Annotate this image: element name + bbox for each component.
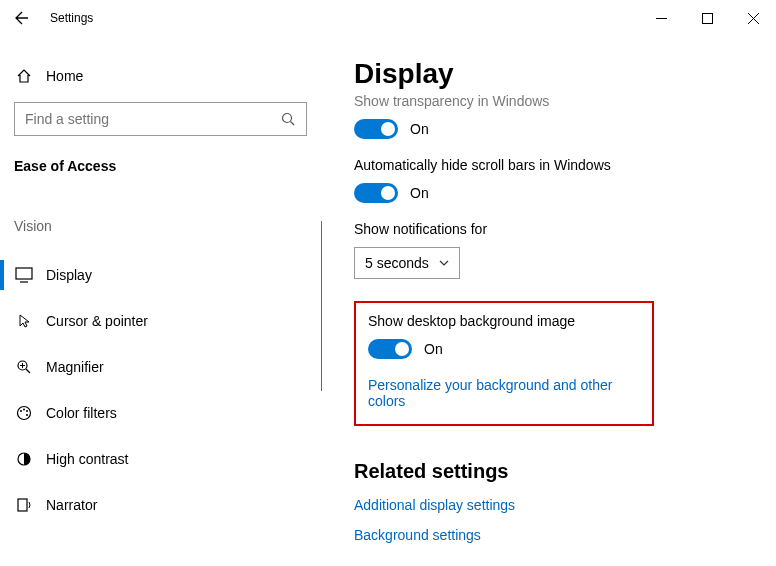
window-controls bbox=[638, 2, 776, 34]
nav-label: Cursor & pointer bbox=[46, 313, 148, 329]
cursor-icon bbox=[14, 313, 34, 329]
nav-high-contrast[interactable]: High contrast bbox=[0, 436, 321, 482]
home-label: Home bbox=[46, 68, 83, 84]
content-area: Home Ease of Access Vision Display Curso… bbox=[0, 36, 776, 566]
minimize-button[interactable] bbox=[638, 2, 684, 34]
main-pane: Display Show transparency in Windows On … bbox=[322, 36, 776, 566]
highlighted-setting-box: Show desktop background image On Persona… bbox=[354, 301, 654, 426]
nav-label: Color filters bbox=[46, 405, 117, 421]
svg-point-15 bbox=[26, 410, 28, 412]
nav-color-filters[interactable]: Color filters bbox=[0, 390, 321, 436]
arrow-left-icon bbox=[14, 10, 30, 26]
search-input[interactable] bbox=[25, 111, 265, 127]
personalize-link[interactable]: Personalize your background and other co… bbox=[368, 377, 640, 409]
magnifier-icon bbox=[14, 359, 34, 375]
svg-point-12 bbox=[18, 407, 31, 420]
maximize-button[interactable] bbox=[684, 2, 730, 34]
background-toggle[interactable] bbox=[368, 339, 412, 359]
transparency-toggle-row: On bbox=[354, 119, 756, 139]
notifications-label: Show notifications for bbox=[354, 221, 756, 237]
notifications-value: 5 seconds bbox=[365, 255, 429, 271]
maximize-icon bbox=[702, 13, 713, 24]
monitor-icon bbox=[14, 267, 34, 283]
svg-rect-6 bbox=[16, 268, 32, 279]
window-title: Settings bbox=[50, 11, 93, 25]
autohide-toggle[interactable] bbox=[354, 183, 398, 203]
transparency-label-cutoff: Show transparency in Windows bbox=[354, 93, 756, 109]
search-box[interactable] bbox=[14, 102, 307, 136]
transparency-state: On bbox=[410, 121, 429, 137]
nav-label: Magnifier bbox=[46, 359, 104, 375]
background-image-label: Show desktop background image bbox=[368, 313, 640, 329]
svg-point-16 bbox=[26, 414, 28, 416]
section-vision: Vision bbox=[14, 218, 321, 234]
svg-point-14 bbox=[23, 409, 25, 411]
nav-label: Display bbox=[46, 267, 92, 283]
home-nav[interactable]: Home bbox=[0, 58, 321, 94]
chevron-down-icon bbox=[439, 260, 449, 266]
svg-rect-18 bbox=[18, 499, 27, 511]
nav-magnifier[interactable]: Magnifier bbox=[0, 344, 321, 390]
svg-line-9 bbox=[26, 369, 30, 373]
autohide-toggle-row: On bbox=[354, 183, 756, 203]
page-title: Display bbox=[354, 58, 756, 90]
autohide-state: On bbox=[410, 185, 429, 201]
contrast-icon bbox=[14, 451, 34, 467]
close-button[interactable] bbox=[730, 2, 776, 34]
nav-label: High contrast bbox=[46, 451, 128, 467]
notifications-dropdown[interactable]: 5 seconds bbox=[354, 247, 460, 279]
nav-display[interactable]: Display bbox=[0, 252, 321, 298]
minimize-icon bbox=[656, 13, 667, 24]
home-icon bbox=[14, 68, 34, 84]
svg-rect-1 bbox=[702, 13, 712, 23]
nav-list: Display Cursor & pointer Magnifier Color… bbox=[0, 252, 321, 528]
title-bar: Settings bbox=[0, 0, 776, 36]
svg-point-13 bbox=[20, 410, 22, 412]
svg-line-5 bbox=[291, 121, 295, 125]
back-button[interactable] bbox=[0, 0, 44, 36]
additional-display-link[interactable]: Additional display settings bbox=[354, 497, 756, 513]
related-settings-heading: Related settings bbox=[354, 460, 756, 483]
background-toggle-row: On bbox=[368, 339, 640, 359]
search-icon bbox=[281, 112, 296, 127]
transparency-toggle[interactable] bbox=[354, 119, 398, 139]
close-icon bbox=[748, 13, 759, 24]
background-settings-link[interactable]: Background settings bbox=[354, 527, 756, 543]
nav-cursor-pointer[interactable]: Cursor & pointer bbox=[0, 298, 321, 344]
sidebar: Home Ease of Access Vision Display Curso… bbox=[0, 36, 322, 566]
svg-point-4 bbox=[283, 113, 292, 122]
autohide-label: Automatically hide scroll bars in Window… bbox=[354, 157, 756, 173]
settings-group-title: Ease of Access bbox=[14, 158, 321, 174]
narrator-icon bbox=[14, 497, 34, 513]
nav-label: Narrator bbox=[46, 497, 97, 513]
nav-narrator[interactable]: Narrator bbox=[0, 482, 321, 528]
background-state: On bbox=[424, 341, 443, 357]
palette-icon bbox=[14, 405, 34, 421]
